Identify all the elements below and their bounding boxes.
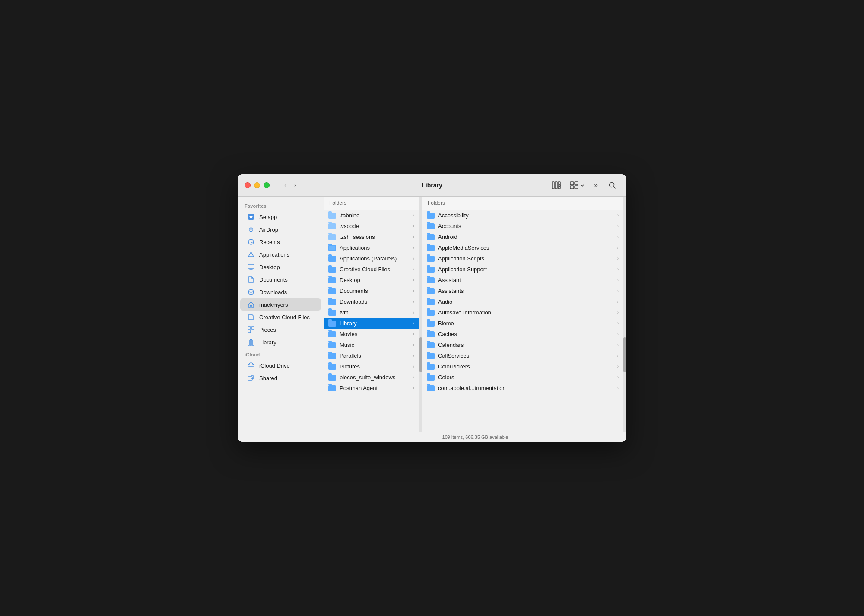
grid-view-button[interactable] <box>567 180 587 191</box>
folder-item-colorpickers[interactable]: ColorPickers › <box>422 361 623 372</box>
folder-item-calendars[interactable]: Calendars › <box>422 340 623 350</box>
folder-item-autosave[interactable]: Autosave Information › <box>422 307 623 318</box>
downloads-icon <box>247 288 255 296</box>
sidebar-label-icloud-drive: iCloud Drive <box>259 362 314 369</box>
folder-item-callservices[interactable]: CallServices › <box>422 350 623 361</box>
folder-name: Accessibility <box>438 212 614 219</box>
folder-item-music[interactable]: Music › <box>324 340 419 350</box>
folder-name: Library <box>340 320 410 327</box>
folder-item-apple-media[interactable]: AppleMediaServices › <box>422 242 623 253</box>
folder-item-vscode[interactable]: .vscode › <box>324 221 419 232</box>
folder-icon <box>427 223 435 229</box>
sidebar-item-mackmyers[interactable]: mackmyers <box>240 298 321 311</box>
column-view-button[interactable] <box>549 180 564 191</box>
folder-item-desktop[interactable]: Desktop › <box>324 275 419 286</box>
folder-item-tabnine[interactable]: .tabnine › <box>324 210 419 221</box>
folder-item-downloads[interactable]: Downloads › <box>324 296 419 307</box>
close-button[interactable] <box>245 182 251 188</box>
sidebar-item-creative-cloud[interactable]: Creative Cloud Files <box>240 311 321 323</box>
sidebar-item-setapp[interactable]: Setapp <box>240 211 321 223</box>
folder-item-library[interactable]: Library › <box>324 318 419 329</box>
folder-item-applications-parallels[interactable]: Applications (Parallels) › <box>324 253 419 264</box>
folder-item-audio[interactable]: Audio › <box>422 296 623 307</box>
pieces-icon <box>247 326 255 333</box>
svg-rect-22 <box>252 340 254 345</box>
folder-name: Biome <box>438 320 614 327</box>
folder-name: Application Scripts <box>438 255 614 262</box>
folder-icon <box>328 310 336 316</box>
finder-window: ‹ › Library <box>238 174 626 442</box>
folder-name: Music <box>340 342 410 348</box>
folder-item-creative-cloud[interactable]: Creative Cloud Files › <box>324 264 419 275</box>
more-options-button[interactable]: » <box>591 180 601 191</box>
scrollbar-thumb-2[interactable] <box>623 337 626 372</box>
folder-name: Desktop <box>340 277 410 283</box>
back-button[interactable]: ‹ <box>282 179 289 191</box>
folder-icon <box>328 234 336 240</box>
folder-item-com-apple-ai[interactable]: com.apple.ai...trumentation › <box>422 383 623 394</box>
sidebar-label-desktop: Desktop <box>259 264 314 270</box>
maximize-button[interactable] <box>264 182 270 188</box>
folder-item-accessibility[interactable]: Accessibility › <box>422 210 623 221</box>
folder-item-assistant[interactable]: Assistant › <box>422 275 623 286</box>
sidebar-item-downloads[interactable]: Downloads <box>240 286 321 298</box>
folder-item-app-support[interactable]: Application Support › <box>422 264 623 275</box>
applications-icon <box>247 251 255 258</box>
folder-item-biome[interactable]: Biome › <box>422 318 623 329</box>
folder-item-applications[interactable]: Applications › <box>324 242 419 253</box>
sidebar-item-icloud-drive[interactable]: iCloud Drive <box>240 359 321 372</box>
sidebar-item-applications[interactable]: Applications <box>240 248 321 260</box>
folder-item-fvm[interactable]: fvm › <box>324 307 419 318</box>
window-title: Library <box>422 182 442 189</box>
column-2-scrollbar[interactable] <box>623 197 626 432</box>
folder-icon <box>427 385 435 391</box>
folder-item-movies[interactable]: Movies › <box>324 329 419 340</box>
svg-rect-23 <box>248 377 252 380</box>
finder-area: Folders .tabnine › .vscode › <box>324 197 626 442</box>
sidebar-item-pieces[interactable]: Pieces <box>240 324 321 336</box>
folder-icon <box>328 364 336 370</box>
folder-name: fvm <box>340 309 410 316</box>
folder-item-parallels[interactable]: Parallels › <box>324 350 419 361</box>
folder-item-accounts[interactable]: Accounts › <box>422 221 623 232</box>
column-1-scrollbar[interactable] <box>419 197 422 432</box>
search-button[interactable] <box>605 180 619 191</box>
folder-item-colors[interactable]: Colors › <box>422 372 623 383</box>
folder-icon <box>427 299 435 305</box>
folder-icon <box>328 299 336 305</box>
folder-item-android[interactable]: Android › <box>422 232 623 242</box>
scrollbar-thumb[interactable] <box>419 337 422 372</box>
sidebar-item-airdrop[interactable]: AirDrop <box>240 223 321 235</box>
sidebar-item-recents[interactable]: Recents <box>240 236 321 248</box>
sidebar-label-shared: Shared <box>259 375 314 381</box>
sidebar: Favorites Setapp <box>238 197 324 442</box>
sidebar-item-desktop[interactable]: Desktop <box>240 261 321 273</box>
folder-item-pieces-suite[interactable]: pieces_suite_windows › <box>324 372 419 383</box>
minimize-button[interactable] <box>254 182 260 188</box>
sidebar-item-library[interactable]: Library <box>240 336 321 348</box>
folder-item-caches[interactable]: Caches › <box>422 329 623 340</box>
sidebar-item-shared[interactable]: Shared <box>240 372 321 384</box>
folder-item-assistants[interactable]: Assistants › <box>422 286 623 296</box>
folder-item-documents[interactable]: Documents › <box>324 286 419 296</box>
svg-rect-3 <box>570 182 574 185</box>
folder-icon <box>427 256 435 262</box>
sidebar-item-documents[interactable]: Documents <box>240 273 321 286</box>
folder-icon <box>328 331 336 337</box>
folder-name: Creative Cloud Files <box>340 266 410 273</box>
status-bar-text: 109 items, 606.35 GB available <box>442 435 508 440</box>
folder-item-app-scripts[interactable]: Application Scripts › <box>422 253 623 264</box>
folder-name: ColorPickers <box>438 363 614 370</box>
folder-item-zsh-sessions[interactable]: .zsh_sessions › <box>324 232 419 242</box>
svg-rect-6 <box>575 186 578 189</box>
folder-item-postman[interactable]: Postman Agent › <box>324 383 419 394</box>
column-2-list: Accessibility › Accounts › Android <box>422 210 623 432</box>
forward-button[interactable]: › <box>291 179 299 191</box>
sidebar-label-airdrop: AirDrop <box>259 226 314 233</box>
folder-name: .tabnine <box>340 212 410 219</box>
folder-name: Audio <box>438 298 614 305</box>
folder-item-pictures[interactable]: Pictures › <box>324 361 419 372</box>
folder-icon <box>328 288 336 294</box>
svg-rect-0 <box>552 182 554 189</box>
column-1: Folders .tabnine › .vscode › <box>324 197 419 432</box>
